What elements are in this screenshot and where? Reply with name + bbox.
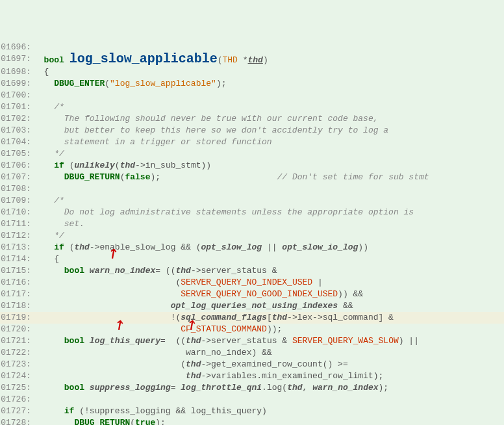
line-content: Do not log administrative statements unl… [34, 207, 504, 218]
line-content: but better to keep this here so we don't… [34, 125, 504, 136]
line-content: SERVER_QUERY_NO_GOOD_INDEX_USED)) && [34, 289, 504, 300]
line-content: statement in a trigger or stored functio… [34, 136, 504, 148]
line-content: DBUG_ENTER("log_slow_applicable"); [34, 78, 504, 90]
line-number: 01703: [0, 125, 34, 136]
line-number: 01711: [0, 218, 34, 230]
line-number: 01723: [0, 359, 34, 370]
line-number: 01718: [0, 300, 34, 312]
line-number: 01697: [0, 53, 34, 66]
line-number: 01716: [0, 277, 34, 289]
line-number: 01727: [0, 406, 34, 417]
line-number: 01701: [0, 101, 34, 113]
line-content: The following should never be true with … [34, 113, 504, 125]
code-line: 01705: */ [0, 148, 504, 160]
code-line: 01704: statement in a trigger or stored … [0, 136, 504, 148]
line-content: */ [34, 148, 504, 160]
line-number: 01724: [0, 370, 34, 382]
line-number: 01710: [0, 207, 34, 218]
line-number: 01702: [0, 113, 34, 125]
line-content: if (!suppress_logging && log_this_query) [34, 406, 504, 417]
line-number: 01713: [0, 242, 34, 253]
line-content: { [34, 253, 504, 265]
code-line: 01717: SERVER_QUERY_NO_GOOD_INDEX_USED))… [0, 289, 504, 300]
code-line: 01707: DBUG_RETURN(false); // Don't set … [0, 172, 504, 183]
line-number: 01719: [0, 312, 34, 324]
line-content: if (unlikely(thd->in_sub_stmt)) [34, 160, 504, 172]
line-content: thd->variables.min_examined_row_limit); [34, 370, 504, 382]
line-content [34, 90, 504, 101]
code-line: 01699: DBUG_ENTER("log_slow_applicable")… [0, 78, 504, 90]
code-line: 01727: if (!suppress_logging && log_this… [0, 406, 504, 417]
line-number: 01700: [0, 90, 34, 101]
code-line: 01721: bool log_this_query= ((thd->serve… [0, 335, 504, 347]
line-content [34, 394, 504, 406]
line-content: DBUG_RETURN(true); [34, 417, 504, 425]
code-line: 01718: opt_log_queries_not_using_indexes… [0, 300, 504, 312]
line-number: 01725: [0, 382, 34, 394]
code-line: 01711: set. [0, 218, 504, 230]
code-line: 01715: bool warn_no_index= ((thd->server… [0, 265, 504, 277]
line-content: set. [34, 218, 504, 230]
line-content: */ [34, 230, 504, 242]
line-content: (SERVER_QUERY_NO_INDEX_USED | [34, 277, 504, 289]
line-content: DBUG_RETURN(false); // Don't set time fo… [34, 172, 504, 183]
code-line: 01714: { [0, 253, 504, 265]
line-content: bool suppress_logging= log_throttle_qni.… [34, 382, 504, 394]
line-content: /* [34, 101, 504, 113]
line-content: (thd->get_examined_row_count() >= [34, 359, 504, 370]
line-number: 01714: [0, 253, 34, 265]
line-content: if (thd->enable_slow_log && (opt_slow_lo… [34, 242, 504, 253]
code-line: 01724: thd->variables.min_examined_row_l… [0, 370, 504, 382]
line-number: 01705: [0, 148, 34, 160]
code-line: 01701: /* [0, 101, 504, 113]
code-line: 01723: (thd->get_examined_row_count() >= [0, 359, 504, 370]
line-content: /* [34, 195, 504, 207]
code-line: 01700: [0, 90, 504, 101]
line-content: CF_STATUS_COMMAND)); [34, 324, 504, 335]
code-line: 01708: [0, 183, 504, 195]
code-line: 01728: DBUG_RETURN(true); [0, 417, 504, 425]
code-line: 01716: (SERVER_QUERY_NO_INDEX_USED | [0, 277, 504, 289]
code-line: 01709: /* [0, 195, 504, 207]
line-content: bool warn_no_index= ((thd->server_status… [34, 265, 504, 277]
line-number: 01706: [0, 160, 34, 172]
code-line: 01720: CF_STATUS_COMMAND)); [0, 324, 504, 335]
code-line: 01710: Do not log administrative stateme… [0, 207, 504, 218]
line-number: 01708: [0, 183, 34, 195]
line-number: 01717: [0, 289, 34, 300]
line-number: 01704: [0, 136, 34, 148]
code-line: 01698: { [0, 66, 504, 78]
line-number: 01720: [0, 324, 34, 335]
line-content: { [34, 66, 504, 78]
code-line: 01713: if (thd->enable_slow_log && (opt_… [0, 242, 504, 253]
code-line: 01712: */ [0, 230, 504, 242]
code-line: 01719: !(sql_command_flags[thd->lex->sql… [0, 312, 504, 324]
line-number: 01712: [0, 230, 34, 242]
line-content: warn_no_index) && [34, 347, 504, 359]
line-number: 01709: [0, 195, 34, 207]
line-content: !(sql_command_flags[thd->lex->sql_comman… [34, 312, 504, 324]
code-line: 01722: warn_no_index) && [0, 347, 504, 359]
line-content [34, 183, 504, 195]
line-content: bool log_slow_applicable(THD *thd) [34, 53, 504, 66]
line-number: 01707: [0, 172, 34, 183]
line-number: 01699: [0, 78, 34, 90]
code-line: 01725: bool suppress_logging= log_thrott… [0, 382, 504, 394]
line-number: 01721: [0, 335, 34, 347]
line-content: opt_log_queries_not_using_indexes && [34, 300, 504, 312]
line-number: 01698: [0, 66, 34, 78]
line-content: bool log_this_query= ((thd->server_statu… [34, 335, 504, 347]
line-number: 01726: [0, 394, 34, 406]
code-line: 01706: if (unlikely(thd->in_sub_stmt)) [0, 160, 504, 172]
line-number: 01696: [0, 42, 34, 53]
code-line: 01697: bool log_slow_applicable(THD *thd… [0, 53, 504, 66]
code-line: 01703: but better to keep this here so w… [0, 125, 504, 136]
code-line: 01702: The following should never be tru… [0, 113, 504, 125]
code-block: 01696:01697: bool log_slow_applicable(TH… [0, 39, 504, 425]
line-number: 01722: [0, 347, 34, 359]
line-number: 01715: [0, 265, 34, 277]
line-number: 01728: [0, 417, 34, 425]
code-line: 01726: [0, 394, 504, 406]
